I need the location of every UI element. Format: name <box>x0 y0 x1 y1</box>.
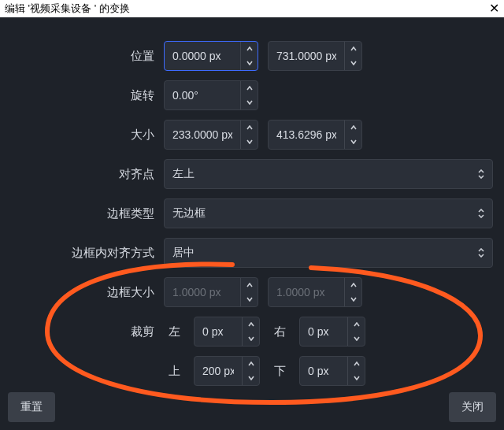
bounding-size-h-input <box>269 286 344 298</box>
stepper-down[interactable] <box>241 135 258 149</box>
label-size: 大小 <box>6 128 164 143</box>
stepper-up[interactable] <box>241 42 258 56</box>
crop-top-spinner[interactable] <box>194 356 260 386</box>
stepper-down[interactable] <box>345 56 361 70</box>
size-h-spinner[interactable] <box>268 120 362 150</box>
stepper-down <box>345 292 361 306</box>
label-crop: 裁剪 <box>6 324 164 339</box>
stepper-down[interactable] <box>345 135 361 149</box>
position-x-input[interactable] <box>165 50 240 62</box>
stepper-down[interactable] <box>348 332 365 346</box>
bounding-size-w-spinner <box>164 277 258 307</box>
bounding-size-h-spinner <box>268 277 362 307</box>
rotation-spinner[interactable] <box>164 80 258 110</box>
stepper-up <box>241 278 258 292</box>
select-arrows-icon <box>478 169 484 179</box>
bounding-align-select[interactable]: 居中 <box>164 238 493 268</box>
label-alignment: 对齐点 <box>6 167 164 182</box>
footer: 重置 关闭 <box>0 392 504 422</box>
size-w-spinner[interactable] <box>164 120 258 150</box>
bounding-size-w-input <box>165 286 240 298</box>
title-bar: 编辑 '视频采集设备 ' 的变换 ✕ <box>0 0 504 17</box>
label-crop-bottom: 下 <box>269 364 290 379</box>
bounding-type-select[interactable]: 无边框 <box>164 198 493 228</box>
alignment-select[interactable]: 左上 <box>164 159 493 189</box>
crop-bottom-input[interactable] <box>300 365 347 377</box>
alignment-value: 左上 <box>172 167 195 181</box>
label-bounding-type: 边框类型 <box>6 206 164 221</box>
reset-button[interactable]: 重置 <box>8 392 55 422</box>
size-h-input[interactable] <box>269 128 344 141</box>
label-rotation: 旋转 <box>6 88 164 103</box>
stepper-up[interactable] <box>241 120 258 135</box>
crop-right-spinner[interactable] <box>299 317 365 347</box>
crop-bottom-spinner[interactable] <box>299 356 365 386</box>
label-crop-right: 右 <box>269 324 290 339</box>
crop-right-input[interactable] <box>300 325 347 338</box>
position-x-spinner[interactable] <box>164 41 258 71</box>
window-title: 编辑 '视频采集设备 ' 的变换 <box>5 2 130 16</box>
close-icon[interactable]: ✕ <box>489 2 499 15</box>
stepper-down[interactable] <box>243 371 259 385</box>
stepper-up[interactable] <box>345 42 361 56</box>
stepper-down[interactable] <box>241 56 258 70</box>
stepper-down[interactable] <box>243 332 259 346</box>
stepper-down[interactable] <box>241 95 258 109</box>
label-position: 位置 <box>6 49 164 64</box>
form: 位置 旋转 大小 <box>0 17 504 386</box>
stepper-up[interactable] <box>348 357 365 371</box>
close-button[interactable]: 关闭 <box>449 392 496 422</box>
bounding-type-value: 无边框 <box>172 206 206 221</box>
bounding-align-value: 居中 <box>172 246 195 260</box>
crop-left-spinner[interactable] <box>194 317 260 347</box>
label-bounding-size: 边框大小 <box>6 285 164 300</box>
label-crop-left: 左 <box>164 324 184 339</box>
stepper-up[interactable] <box>241 81 258 95</box>
select-arrows-icon <box>478 209 484 218</box>
stepper-up[interactable] <box>243 317 259 332</box>
size-w-input[interactable] <box>165 128 240 141</box>
label-crop-top: 上 <box>164 364 184 379</box>
label-bounding-align: 边框内对齐方式 <box>6 246 164 261</box>
stepper-down[interactable] <box>348 371 365 385</box>
stepper-down <box>241 292 258 306</box>
stepper-up[interactable] <box>345 120 361 135</box>
rotation-input[interactable] <box>165 89 240 102</box>
stepper-up[interactable] <box>348 317 365 332</box>
position-y-input[interactable] <box>269 50 344 62</box>
crop-top-input[interactable] <box>195 365 242 377</box>
position-y-spinner[interactable] <box>268 41 362 71</box>
stepper-up <box>345 278 361 292</box>
select-arrows-icon <box>478 248 484 258</box>
stepper-up[interactable] <box>243 357 259 371</box>
crop-left-input[interactable] <box>195 325 242 338</box>
